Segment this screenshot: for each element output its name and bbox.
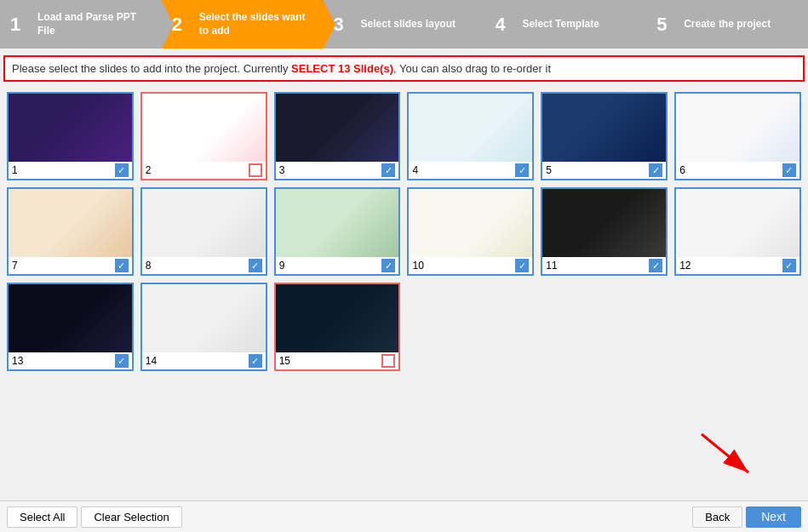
- slide-item-15[interactable]: 15: [274, 283, 401, 371]
- info-suffix: , You can also drag to re-order it: [393, 62, 551, 75]
- slide-checkbox-11[interactable]: ✓: [649, 259, 662, 272]
- slide-thumb-1: [9, 94, 132, 162]
- slide-item-1[interactable]: 1✓: [7, 92, 134, 180]
- select-all-button[interactable]: Select All: [7, 506, 77, 528]
- slide-number-3: 3: [279, 164, 285, 176]
- slide-footer-8: 8✓: [142, 257, 266, 274]
- slide-thumb-2: [142, 94, 266, 162]
- slide-item-4[interactable]: 4✓: [407, 92, 534, 180]
- slide-number-8: 8: [146, 260, 152, 272]
- slide-footer-9: 9✓: [276, 257, 399, 274]
- slide-footer-11: 11✓: [542, 257, 666, 274]
- slide-number-9: 9: [279, 260, 285, 272]
- slide-footer-10: 10✓: [409, 257, 532, 274]
- wizard-step-2[interactable]: 2 Select the slides want to add: [162, 0, 324, 49]
- slide-checkbox-7[interactable]: ✓: [115, 259, 129, 272]
- slide-item-13[interactable]: 13✓: [7, 283, 134, 371]
- slide-checkbox-15[interactable]: [381, 354, 395, 368]
- slide-thumb-6: [676, 94, 799, 162]
- step-label-1: Load and Parse PPT File: [37, 11, 152, 37]
- slide-thumb-4: [409, 94, 532, 162]
- slide-item-2[interactable]: 2: [140, 92, 267, 180]
- footer-right: Back Next: [692, 506, 801, 528]
- slide-item-6[interactable]: 6✓: [674, 92, 801, 180]
- slide-checkbox-14[interactable]: ✓: [249, 354, 262, 368]
- slide-thumb-3: [276, 94, 399, 162]
- slide-checkbox-13[interactable]: ✓: [115, 354, 129, 368]
- slide-number-7: 7: [12, 260, 18, 272]
- slide-footer-15: 15: [276, 352, 399, 369]
- clear-selection-button[interactable]: Clear Selection: [81, 506, 181, 528]
- slide-footer-13: 13✓: [9, 352, 132, 369]
- slides-area: 1✓23✓4✓5✓6✓7✓8✓9✓10✓11✓12✓13✓14✓15: [0, 89, 808, 472]
- slide-item-8[interactable]: 8✓: [140, 187, 267, 276]
- slide-item-7[interactable]: 7✓: [7, 187, 134, 276]
- slide-checkbox-12[interactable]: ✓: [782, 259, 796, 272]
- slide-footer-3: 3✓: [276, 162, 399, 179]
- slide-item-9[interactable]: 9✓: [274, 187, 401, 276]
- slide-item-12[interactable]: 12✓: [674, 187, 801, 276]
- wizard-header: 1 Load and Parse PPT File 2 Select the s…: [0, 0, 808, 49]
- slide-thumb-14: [142, 284, 266, 352]
- slide-number-11: 11: [546, 260, 557, 272]
- slide-footer-7: 7✓: [9, 257, 132, 274]
- footer-left: Select All Clear Selection: [7, 506, 182, 528]
- slide-checkbox-5[interactable]: ✓: [649, 163, 662, 177]
- slide-checkbox-1[interactable]: ✓: [115, 163, 129, 177]
- slide-thumb-7: [9, 189, 132, 257]
- slide-checkbox-10[interactable]: ✓: [515, 259, 529, 272]
- slide-number-14: 14: [146, 355, 157, 367]
- slide-number-15: 15: [279, 355, 290, 367]
- step-number-3: 3: [334, 14, 354, 36]
- slide-thumb-9: [276, 189, 399, 257]
- slide-footer-4: 4✓: [409, 162, 532, 179]
- slide-thumb-15: [276, 284, 399, 352]
- slide-thumb-5: [542, 94, 666, 162]
- back-button[interactable]: Back: [692, 506, 742, 528]
- slide-item-3[interactable]: 3✓: [274, 92, 401, 180]
- slide-number-1: 1: [12, 164, 18, 176]
- step-number-5: 5: [656, 14, 677, 36]
- slide-footer-14: 14✓: [142, 352, 266, 369]
- slide-thumb-8: [142, 189, 266, 257]
- slide-checkbox-3[interactable]: ✓: [381, 163, 395, 177]
- wizard-step-5[interactable]: 5 Create the project: [646, 0, 808, 49]
- slide-item-5[interactable]: 5✓: [541, 92, 668, 180]
- slide-number-6: 6: [679, 164, 685, 176]
- slide-number-5: 5: [546, 164, 552, 176]
- slide-item-11[interactable]: 11✓: [541, 187, 668, 276]
- slide-thumb-10: [409, 189, 532, 257]
- slide-item-14[interactable]: 14✓: [140, 283, 267, 371]
- next-button[interactable]: Next: [746, 506, 801, 528]
- step-label-4: Select Template: [522, 18, 599, 31]
- step-label-2: Select the slides want to add: [199, 11, 313, 37]
- slide-checkbox-9[interactable]: ✓: [381, 259, 395, 272]
- step-number-1: 1: [10, 14, 31, 36]
- info-prefix: Please select the slides to add into the…: [12, 62, 291, 75]
- slide-checkbox-6[interactable]: ✓: [782, 163, 796, 177]
- slide-footer-5: 5✓: [542, 162, 666, 179]
- slide-number-12: 12: [679, 260, 691, 272]
- slide-number-4: 4: [412, 164, 418, 176]
- info-highlight: SELECT 13 Slide(s): [291, 62, 393, 75]
- wizard-step-4[interactable]: 4 Select Template: [484, 0, 646, 49]
- step-label-5: Create the project: [684, 18, 771, 31]
- slide-checkbox-2[interactable]: [249, 163, 262, 177]
- step-label-3: Select slides layout: [361, 18, 456, 31]
- slide-item-10[interactable]: 10✓: [407, 187, 534, 276]
- slide-number-10: 10: [412, 260, 423, 272]
- step-number-2: 2: [172, 14, 192, 36]
- slide-checkbox-8[interactable]: ✓: [249, 259, 262, 272]
- slide-thumb-13: [9, 284, 132, 352]
- slide-number-13: 13: [12, 355, 23, 367]
- slide-number-2: 2: [146, 164, 152, 176]
- slide-checkbox-4[interactable]: ✓: [515, 163, 529, 177]
- slides-grid: 1✓23✓4✓5✓6✓7✓8✓9✓10✓11✓12✓13✓14✓15: [7, 92, 801, 371]
- slide-footer-12: 12✓: [676, 257, 799, 274]
- wizard-step-1[interactable]: 1 Load and Parse PPT File: [0, 0, 162, 49]
- wizard-step-3[interactable]: 3 Select slides layout: [324, 0, 485, 49]
- footer: Select All Clear Selection Back Next: [0, 501, 808, 532]
- slide-thumb-11: [542, 189, 666, 257]
- slide-thumb-12: [676, 189, 799, 257]
- slide-footer-2: 2: [142, 162, 266, 179]
